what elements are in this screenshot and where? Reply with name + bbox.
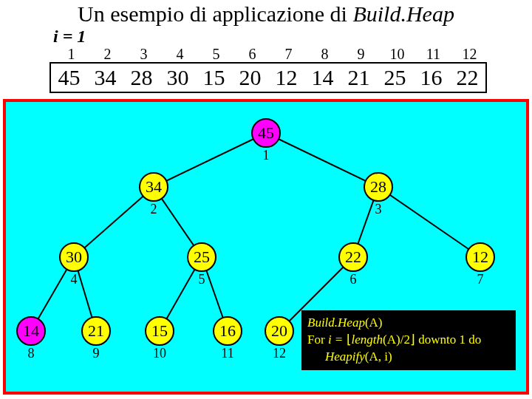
idx: 6 xyxy=(234,46,270,63)
idx: 7 xyxy=(270,46,307,63)
code-var: length xyxy=(352,332,383,347)
idx: 11 xyxy=(415,46,451,63)
idx: 1 xyxy=(53,46,89,63)
tree-node-index: 10 xyxy=(145,346,174,361)
tree-node-index: 8 xyxy=(16,346,46,361)
code-args: (A, i) xyxy=(365,349,392,364)
array-cell: 28 xyxy=(123,64,160,92)
tree-node: 15 xyxy=(145,316,174,346)
floor-left-icon: ⌊ xyxy=(347,332,352,347)
array-cell: 45 xyxy=(51,64,87,92)
title-text: Un esempio di applicazione di xyxy=(78,1,352,26)
idx: 8 xyxy=(307,46,343,63)
idx: 12 xyxy=(451,46,488,63)
tree-node: 12 xyxy=(466,242,495,272)
array-cell: 21 xyxy=(341,64,377,92)
code-line: Heapify(A, i) xyxy=(307,349,510,366)
tree-node-index: 4 xyxy=(59,272,89,287)
tree-node: 16 xyxy=(213,316,242,346)
svg-line-2 xyxy=(74,187,154,257)
code-fn: Heapify xyxy=(325,349,365,364)
array-box: 45 34 28 30 15 20 12 14 21 25 16 22 xyxy=(50,62,487,93)
array-cell: 25 xyxy=(377,64,413,92)
array-cell: 12 xyxy=(268,64,304,92)
code-line: Build.Heap(A) xyxy=(307,315,510,332)
tree-node-index: 1 xyxy=(251,148,281,163)
code-args: (A) xyxy=(365,316,383,330)
tree-node-index: 2 xyxy=(139,202,168,217)
code-kw: For xyxy=(307,332,328,347)
tree-node-index: 3 xyxy=(364,202,393,217)
array-cell: 20 xyxy=(232,64,268,92)
tree-node-index: 9 xyxy=(81,346,111,361)
tree-node-index: 11 xyxy=(213,346,242,361)
floor-right-icon: ⌋ xyxy=(410,332,415,347)
array-indices: 1 2 3 4 5 6 7 8 9 10 11 12 xyxy=(53,46,488,63)
idx: 4 xyxy=(162,46,198,63)
array-cell: 30 xyxy=(160,64,196,92)
tree-diagram: 45 1 34 2 28 3 30 4 25 5 22 6 12 7 14 8 … xyxy=(3,99,529,395)
code-text: (A)/2 xyxy=(383,332,410,347)
array-cell: 16 xyxy=(413,64,449,92)
tree-node-index: 5 xyxy=(187,272,216,287)
code-kw: downto 1 do xyxy=(415,332,481,347)
tree-node: 34 xyxy=(139,172,168,202)
tree-node-root: 45 xyxy=(251,118,281,148)
idx: 9 xyxy=(343,46,379,63)
idx: 2 xyxy=(89,46,126,63)
svg-line-5 xyxy=(378,187,480,257)
tree-node: 14 xyxy=(16,316,46,346)
tree-node: 28 xyxy=(364,172,393,202)
tree-node: 21 xyxy=(81,316,111,346)
tree-node-index: 12 xyxy=(265,346,294,361)
code-fn: Build.Heap xyxy=(307,316,365,330)
idx: 5 xyxy=(198,46,234,63)
svg-line-1 xyxy=(266,133,378,187)
array-cell: 34 xyxy=(87,64,123,92)
tree-node: 22 xyxy=(338,242,368,272)
array-cell: 22 xyxy=(449,64,485,92)
idx: 3 xyxy=(126,46,162,63)
idx: 10 xyxy=(379,46,415,63)
array-cell: 14 xyxy=(304,64,341,92)
tree-node: 30 xyxy=(59,242,89,272)
page-title: Un esempio di applicazione di Build.Heap xyxy=(0,1,532,27)
i-label: i = 1 xyxy=(53,27,86,47)
tree-node-index: 6 xyxy=(338,272,368,287)
code-line: For i = ⌊length(A)/2⌋ downto 1 do xyxy=(307,332,510,349)
code-var: i = xyxy=(328,332,347,347)
title-func: Build.Heap xyxy=(352,1,454,26)
tree-node: 25 xyxy=(187,242,216,272)
svg-line-0 xyxy=(154,133,266,187)
code-box: Build.Heap(A) For i = ⌊length(A)/2⌋ down… xyxy=(301,310,516,370)
tree-node-index: 7 xyxy=(466,272,495,287)
tree-node: 20 xyxy=(265,316,294,346)
array-cell: 15 xyxy=(196,64,232,92)
